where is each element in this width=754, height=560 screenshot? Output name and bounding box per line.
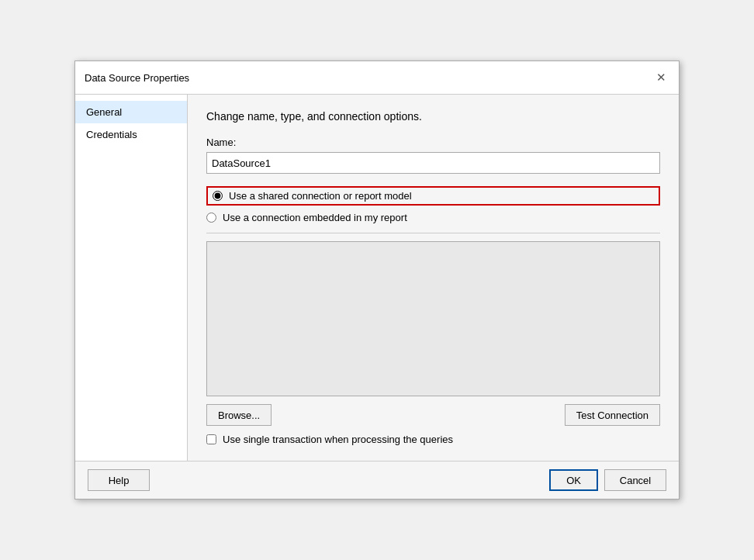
footer-left: Help	[88, 469, 150, 491]
checkbox-row: Use single transaction when processing t…	[206, 434, 660, 445]
data-source-properties-dialog: Data Source Properties ✕ General Credent…	[74, 60, 680, 500]
radio-embedded-connection-input[interactable]	[206, 213, 216, 223]
main-content: Change name, type, and connection option…	[188, 95, 679, 461]
dialog-body: General Credentials Change name, type, a…	[75, 95, 679, 461]
sidebar-item-credentials[interactable]: Credentials	[75, 123, 187, 146]
radio-shared-connection-input[interactable]	[213, 191, 223, 201]
radio-shared-connection[interactable]: Use a shared connection or report model	[206, 186, 660, 206]
cancel-button[interactable]: Cancel	[604, 469, 666, 491]
single-transaction-label: Use single transaction when processing t…	[223, 434, 453, 445]
help-button[interactable]: Help	[88, 469, 150, 491]
footer-right: OK Cancel	[549, 469, 666, 491]
section-description: Change name, type, and connection option…	[206, 110, 660, 123]
name-input[interactable]	[206, 152, 660, 174]
sidebar-item-general[interactable]: General	[75, 101, 187, 123]
radio-embedded-connection[interactable]: Use a connection embedded in my report	[206, 212, 660, 223]
connection-string-area[interactable]	[206, 241, 660, 396]
dialog-titlebar: Data Source Properties ✕	[75, 61, 679, 95]
dialog-footer: Help OK Cancel	[75, 461, 679, 499]
sidebar: General Credentials	[75, 95, 188, 461]
close-button[interactable]: ✕	[652, 69, 669, 86]
name-label: Name:	[206, 137, 660, 148]
browse-row: Browse... Test Connection	[206, 404, 660, 426]
test-connection-button[interactable]: Test Connection	[565, 404, 660, 426]
browse-button[interactable]: Browse...	[206, 404, 272, 426]
radio-group: Use a shared connection or report model …	[206, 186, 660, 223]
ok-button[interactable]: OK	[549, 469, 598, 491]
single-transaction-checkbox[interactable]	[206, 434, 216, 444]
dialog-title: Data Source Properties	[85, 72, 189, 84]
divider	[206, 233, 660, 233]
